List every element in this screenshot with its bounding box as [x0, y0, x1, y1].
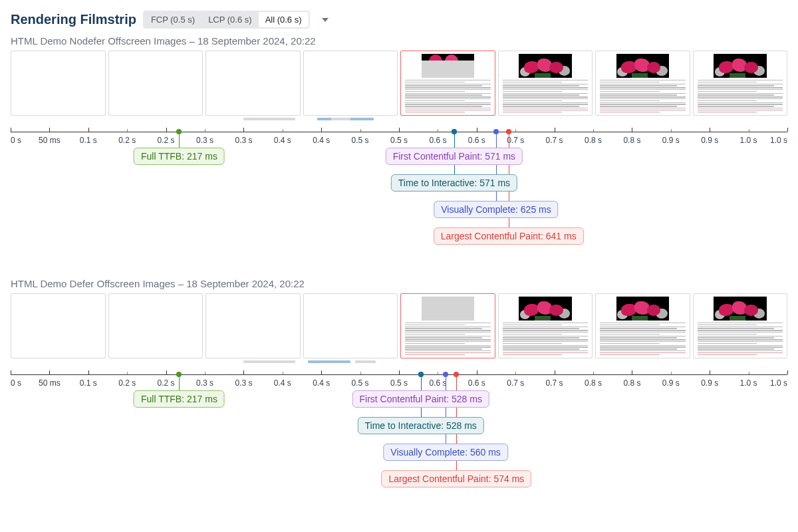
header: Rendering Filmstrip FCP (0.5 s)LCP (0.6 … [11, 11, 787, 29]
filmstrip-frame[interactable] [693, 293, 788, 358]
filmstrip-frame[interactable] [303, 293, 398, 358]
activity-bar [308, 360, 350, 363]
timeline: 0 s50 ms0.1 s0.2 s0.2 s0.3 s0.3 s0.4 s0.… [11, 122, 787, 270]
run-title: HTML Demo Defer Offscreen Images – 18 Se… [11, 278, 787, 289]
activity-bars [11, 117, 787, 121]
marker-dot-vc [443, 372, 448, 377]
marker-dot-ttfb [176, 129, 182, 134]
marker-dot-vc [493, 129, 499, 134]
filmstrip-frame[interactable] [400, 51, 495, 116]
filmstrip-frame[interactable] [595, 293, 690, 358]
timeline-axis: 0 s50 ms0.1 s0.2 s0.2 s0.3 s0.3 s0.4 s0.… [11, 125, 787, 142]
filmstrip-frame[interactable] [11, 293, 106, 358]
filmstrip [11, 51, 787, 116]
activity-bar [243, 118, 295, 120]
thumbnail-image [519, 297, 572, 321]
metrics [11, 385, 787, 513]
thumbnail-image [616, 54, 670, 78]
run-title: HTML Demo Nodefer Offscreen Images – 18 … [11, 35, 787, 47]
thumbnail-text [598, 323, 687, 355]
filmstrip-frame[interactable] [303, 51, 398, 116]
tab-1[interactable]: LCP (0.6 s) [201, 12, 259, 27]
filmstrip-frame[interactable] [108, 51, 203, 116]
filmstrip-frame[interactable] [498, 293, 593, 358]
marker-dot-lcp [506, 129, 511, 134]
thumbnail-image [714, 54, 767, 78]
thumbnail-text [404, 80, 492, 112]
metrics [11, 142, 787, 270]
tab-0[interactable]: FCP (0.5 s) [144, 12, 201, 27]
filmstrip-frame[interactable] [205, 51, 301, 116]
thumbnail-text [696, 323, 785, 355]
activity-bar [243, 360, 295, 363]
activity-bar [355, 360, 376, 363]
thumbnail-text [404, 323, 492, 355]
page-title: Rendering Filmstrip [11, 12, 136, 27]
filmstrip-frame[interactable] [11, 51, 106, 116]
thumbnail-text [501, 80, 590, 112]
marker-dot-tti [418, 372, 424, 377]
filmstrip-frame[interactable] [108, 293, 203, 358]
thumbnail-image [714, 297, 767, 321]
view-tabs: FCP (0.5 s)LCP (0.6 s)All (0.6 s) [143, 11, 310, 29]
filmstrip-frame[interactable] [595, 51, 690, 116]
filmstrip [11, 293, 787, 358]
filmstrip-frame[interactable] [205, 293, 301, 358]
filmstrip-frame[interactable] [693, 51, 788, 116]
filmstrip-frame[interactable] [498, 51, 593, 116]
thumbnail-text [598, 80, 687, 112]
thumbnail-text [501, 323, 590, 355]
activity-bar [331, 118, 350, 120]
activity-bars [11, 360, 787, 364]
thumbnail-partial [422, 54, 475, 78]
marker-dot-tti [452, 129, 457, 134]
timeline: 0 s50 ms0.1 s0.2 s0.2 s0.3 s0.3 s0.4 s0.… [11, 365, 787, 513]
filmstrip-frame[interactable] [400, 293, 495, 358]
dropdown-caret-icon[interactable] [318, 13, 332, 27]
timeline-axis: 0 s50 ms0.1 s0.2 s0.2 s0.3 s0.3 s0.4 s0.… [11, 368, 787, 385]
tab-2[interactable]: All (0.6 s) [259, 12, 309, 27]
thumbnail-placeholder [422, 297, 475, 321]
marker-dot-ttfb [176, 372, 182, 377]
thumbnail-image [519, 54, 572, 78]
marker-dot-lcp [454, 372, 459, 377]
thumbnail-text [696, 80, 785, 112]
thumbnail-image [616, 297, 670, 321]
